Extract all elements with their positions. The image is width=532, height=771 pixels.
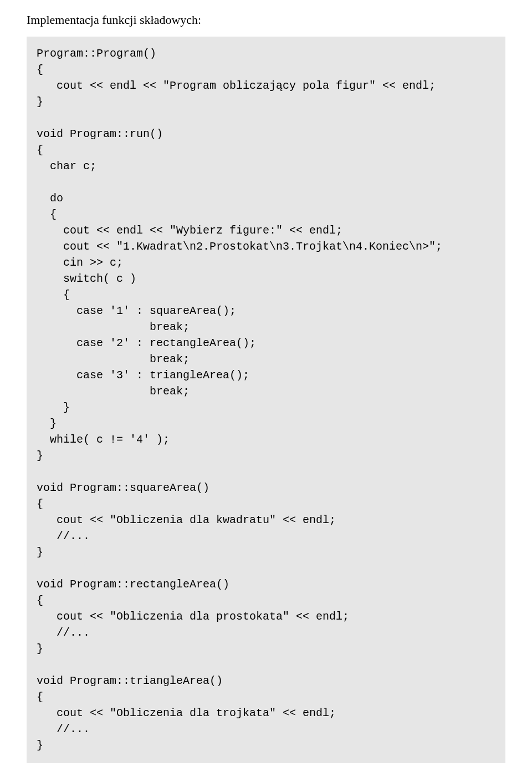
document-page: Implementacja funkcji składowych: Progra…: [0, 0, 532, 771]
code-block: Program::Program() { cout << endl << "Pr…: [27, 37, 505, 763]
intro-paragraph: Implementacja funkcji składowych:: [27, 11, 505, 29]
